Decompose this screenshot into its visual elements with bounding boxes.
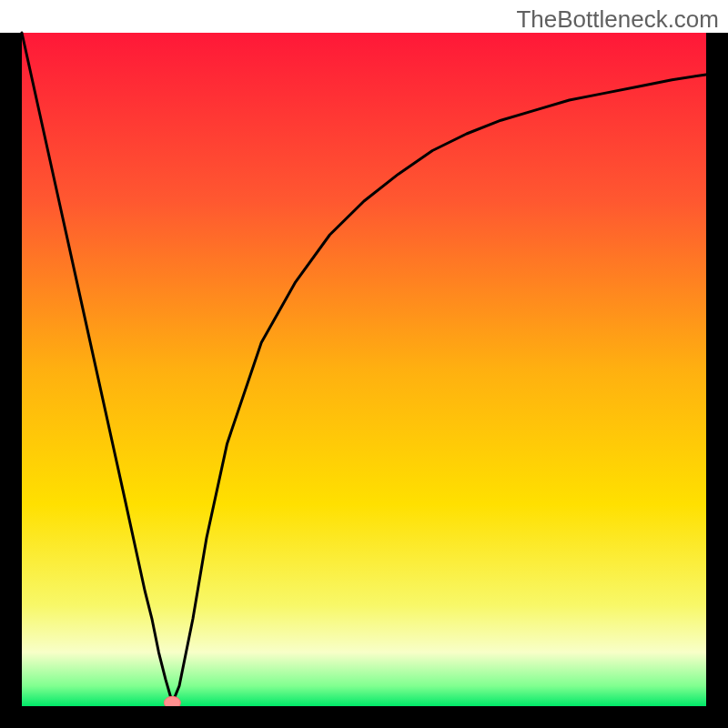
chart-svg <box>0 0 728 728</box>
plot-background <box>22 33 706 706</box>
bottleneck-chart: TheBottleneck.com <box>0 0 728 728</box>
watermark-text: TheBottleneck.com <box>516 5 719 34</box>
